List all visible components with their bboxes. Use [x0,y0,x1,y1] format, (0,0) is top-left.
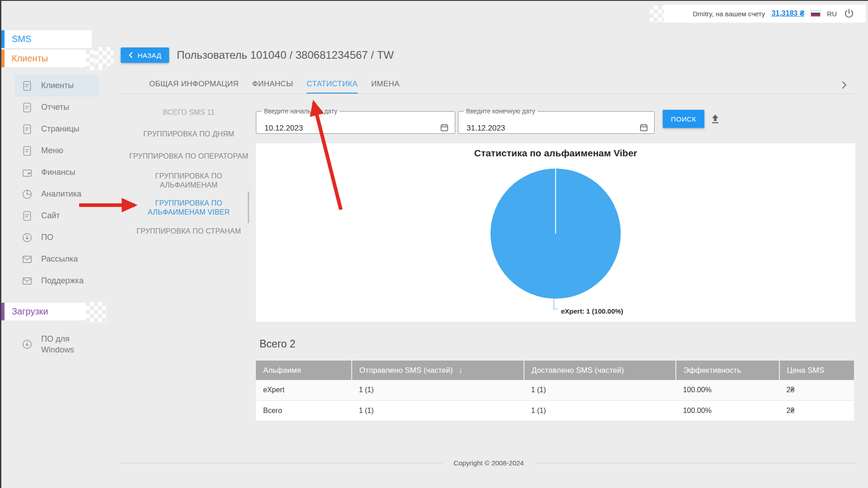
sidebar-section-sms[interactable]: SMS [1,30,92,48]
chevron-left-icon [128,52,133,58]
tab-bar: ОБЩАЯ ИНФОРМАЦИЯ ФИНАНСЫ СТАТИСТИКА ИМЕН… [149,77,400,94]
calendar-icon[interactable] [439,122,449,132]
logout-power-icon[interactable] [843,8,855,19]
column-sent-sms[interactable]: Отправлено SMS (частей) ↓ [352,361,524,380]
sidebar-item-menu[interactable]: Меню [14,140,99,162]
document-icon [21,80,33,92]
app-window: Dmitry, на вашем счету 31,3183 ₴ RU SMS … [0,0,868,488]
submenu-group-by-days[interactable]: ГРУППИРОВКА ПО ДНЯМ [129,130,249,139]
section-accent-bar [1,303,5,320]
chevron-right-icon[interactable] [840,80,849,89]
envelope-icon [21,253,33,265]
sort-desc-icon[interactable]: ↓ [458,366,462,375]
sidebar-item-reports[interactable]: Отчеты [14,96,99,118]
user-greeting: Dmitry, на вашем счету [693,10,765,18]
copyright-text: Copyright © 2008-2024 [453,459,524,467]
end-date-field[interactable]: Введите конечную дату 31.12.2023 [458,108,655,134]
viber-statistics-chart-panel: Статистика по альфаименам Viber eXpert: … [256,143,855,322]
envelope-icon [21,275,33,287]
column-delivered-sms: Доставлено SMS (частей) [524,361,676,380]
sidebar-item-finances[interactable]: Финансы [14,161,99,183]
sidebar-item-clients[interactable]: Клиенты [14,75,99,97]
start-date-label: Введите начальную дату [262,108,340,115]
tab-names[interactable]: ИМЕНА [371,77,400,94]
header-divider [121,94,857,94]
sidebar-section-clients[interactable]: Клиенты [1,50,92,67]
column-sms-price: Цена SMS [779,361,854,380]
pie-chart-icon [21,188,33,200]
table-header-row: Альфаимя Отправлено SMS (частей) ↓ Доста… [256,361,854,380]
submenu-group-by-alphanames[interactable]: ГРУППИРОВКА ПО АЛЬФАИМЕНАМ [129,172,249,190]
pie-slice-divider [555,169,556,234]
submenu-scrollbar [248,192,249,223]
start-date-field[interactable]: Введите начальную дату 10.12.2023 [256,108,455,134]
submenu-group-by-countries[interactable]: ГРУППИРОВКА ПО СТРАНАМ [129,227,249,236]
topbar: Dmitry, на вашем счету 31,3183 ₴ RU [664,5,866,23]
sidebar-item-site[interactable]: Сайт [14,205,99,227]
footer-divider [121,463,443,463]
wallet-icon [21,167,33,178]
sidebar-item-mailing[interactable]: Рассылка [14,248,99,270]
start-date-value: 10.12.2023 [264,124,303,133]
pie-label-connector [553,309,557,310]
pie-label-connector [553,299,554,310]
submenu-total-sms: ВСЕГО SMS 11 [129,108,249,117]
footer: Copyright © 2008-2024 [121,459,857,467]
end-date-value: 31.12.2023 [467,124,505,133]
chart-title: Статистика по альфаименам Viber [256,148,855,159]
pixel-decoration [86,302,107,323]
alphanames-table: Альфаимя Отправлено SMS (частей) ↓ Доста… [256,361,854,421]
sidebar-item-analytics[interactable]: Аналитика [14,183,99,205]
sidebar-item-software[interactable]: ПО [14,226,99,249]
sidebar-section-downloads[interactable]: Загрузки [1,303,92,320]
pie-data-label: eXpert: 1 (100.00%) [561,307,623,315]
document-icon [21,145,33,157]
footer-divider [535,463,857,463]
russian-flag-icon[interactable] [811,10,821,17]
document-icon [21,210,33,222]
sidebar-item-support[interactable]: Поддержка [14,270,99,292]
back-button[interactable]: НАЗАД [121,47,169,63]
submenu-group-by-alphanames-viber[interactable]: ГРУППИРОВКА ПО АЛЬФАИМЕНАМ VIBER [129,199,249,217]
calendar-icon[interactable] [639,122,649,132]
document-icon [21,102,33,113]
sidebar-item-pages[interactable]: Страницы [14,118,99,140]
table-row-total: Всего 1 (1) 1 (1) 100.00% 2₴ [256,400,854,421]
submenu-group-by-operators[interactable]: ГРУППИРОВКА ПО ОПЕРАТОРАМ [129,152,249,161]
column-alphaname: Альфаимя [256,361,352,380]
table-row: eXpert 1 (1) 1 (1) 100.00% 2₴ [256,380,854,400]
export-upload-icon[interactable] [709,113,721,125]
page-title: Пользователь 101040 / 380681234567 / TW [177,49,394,61]
table-summary: Всего 2 [259,338,296,350]
language-selector[interactable]: RU [827,10,837,18]
end-date-label: Введите конечную дату [464,108,538,115]
section-accent-bar [1,50,5,67]
search-button[interactable]: ПОИСК [663,110,704,128]
tab-general-info[interactable]: ОБЩАЯ ИНФОРМАЦИЯ [149,77,239,94]
column-effectiveness: Эффективность [676,361,779,380]
download-icon [21,338,33,350]
tab-statistics[interactable]: СТАТИСТИКА [307,77,358,94]
download-icon [21,232,33,244]
document-icon [21,123,33,135]
balance-link[interactable]: 31,3183 ₴ [771,9,804,18]
pixel-decoration [94,47,113,66]
tab-finances[interactable]: ФИНАНСЫ [252,77,293,94]
sidebar-item-windows-software[interactable]: ПО для Windows [14,331,105,358]
section-accent-bar [1,30,5,48]
